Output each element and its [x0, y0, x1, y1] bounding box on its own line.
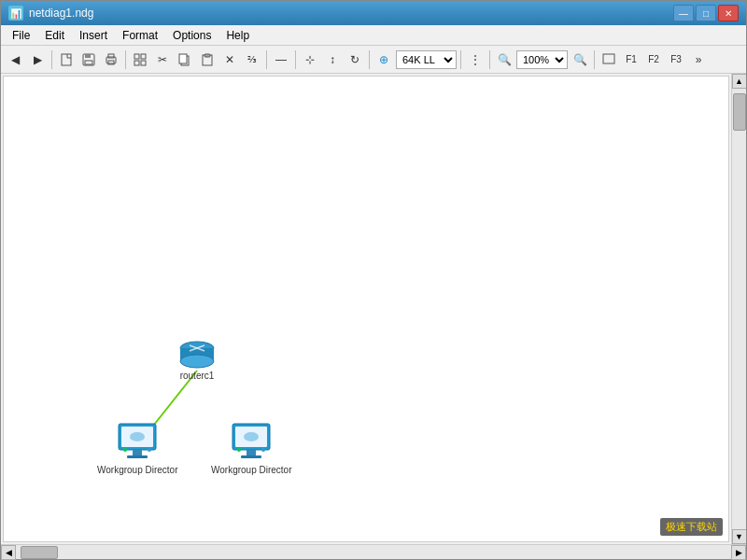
menu-file[interactable]: File	[5, 27, 37, 44]
svg-rect-14	[204, 54, 210, 57]
svg-rect-15	[603, 54, 614, 63]
workgroup-label-1: Workgroup Director	[97, 465, 178, 475]
svg-point-25	[123, 448, 127, 452]
workgroup-icon-2	[228, 422, 275, 463]
svg-rect-10	[141, 61, 146, 65]
main-window: 📊 netdiag1.ndg — □ ✕ File Edit Insert Fo…	[0, 0, 747, 560]
workgroup-node-1[interactable]: Workgroup Director	[97, 422, 178, 475]
back-button[interactable]: ◀	[5, 49, 25, 70]
forward-button[interactable]: ▶	[27, 49, 48, 70]
router-node[interactable]: routerc1	[176, 341, 218, 381]
scroll-track-h[interactable]	[16, 545, 731, 559]
window-title: netdiag1.ndg	[29, 7, 93, 20]
menu-help[interactable]: Help	[218, 27, 257, 44]
f3-button[interactable]: F3	[666, 49, 686, 70]
svg-rect-12	[179, 54, 187, 63]
more-button[interactable]: »	[688, 49, 709, 70]
sep8	[594, 50, 595, 69]
scroll-thumb-v[interactable]	[733, 93, 746, 131]
cursor-button[interactable]: ⊹	[300, 49, 320, 70]
zoom-in-button[interactable]: 🔍	[570, 49, 590, 70]
workgroup-node-2[interactable]: Workgroup Director	[211, 422, 292, 475]
save-button[interactable]	[78, 49, 99, 70]
sep6	[460, 50, 461, 69]
menu-insert[interactable]: Insert	[72, 27, 115, 44]
cut-button[interactable]: ✂	[152, 49, 173, 70]
toolbar: ◀ ▶ ✂ ✕ ⅔ — ⊹ ↕ ↻ ⊕	[1, 46, 746, 74]
svg-rect-9	[134, 61, 139, 65]
title-bar-buttons: — □ ✕	[673, 5, 739, 21]
sep5	[369, 50, 370, 69]
connect-button[interactable]: ⊕	[374, 49, 394, 70]
scroll-thumb-h[interactable]	[21, 546, 58, 559]
svg-point-26	[148, 448, 151, 452]
router-label: routerc1	[180, 371, 215, 381]
sep1	[51, 50, 52, 69]
print-button[interactable]	[101, 49, 121, 70]
grid-button[interactable]	[130, 49, 150, 70]
svg-rect-0	[62, 54, 71, 65]
svg-rect-2	[85, 54, 91, 58]
f2-button[interactable]: F2	[643, 49, 664, 70]
menu-edit[interactable]: Edit	[37, 27, 72, 44]
paste-button[interactable]	[197, 49, 218, 70]
router-icon	[176, 341, 218, 369]
maximize-button[interactable]: □	[696, 5, 716, 21]
main-area: routerc1 Workgroup Director	[1, 74, 746, 544]
menu-bar: File Edit Insert Format Options Help	[1, 25, 746, 46]
rotate-button[interactable]: ↻	[345, 49, 365, 70]
app-icon: 📊	[8, 6, 23, 21]
diagram-canvas-container[interactable]: routerc1 Workgroup Director	[3, 76, 729, 542]
workgroup-label-2: Workgroup Director	[211, 465, 292, 475]
move-button[interactable]: ↕	[322, 49, 343, 70]
svg-point-32	[237, 448, 241, 452]
horizontal-scrollbar: ◀ ▶	[1, 544, 746, 559]
sep7	[489, 50, 490, 69]
svg-point-18	[180, 355, 214, 368]
copy-button[interactable]	[175, 49, 195, 70]
line-button[interactable]: —	[271, 49, 291, 70]
svg-rect-3	[85, 61, 92, 64]
filter-button[interactable]: ⋮	[465, 49, 486, 70]
scroll-right-button[interactable]: ▶	[731, 545, 746, 560]
scroll-left-button[interactable]: ◀	[1, 545, 16, 560]
svg-rect-31	[241, 455, 261, 458]
svg-rect-23	[133, 450, 142, 455]
vertical-scrollbar: ▲ ▼	[731, 74, 746, 544]
fraction-button[interactable]: ⅔	[242, 49, 262, 70]
menu-format[interactable]: Format	[115, 27, 165, 44]
svg-rect-30	[247, 450, 256, 455]
svg-point-33	[261, 448, 265, 452]
delete-button[interactable]: ✕	[219, 49, 240, 70]
title-bar: 📊 netdiag1.ndg — □ ✕	[1, 1, 746, 25]
svg-rect-8	[141, 54, 146, 59]
svg-point-27	[130, 432, 145, 441]
close-button[interactable]: ✕	[718, 5, 739, 21]
svg-point-34	[244, 432, 259, 441]
sep4	[295, 50, 296, 69]
svg-rect-24	[127, 455, 148, 458]
f1-button[interactable]: F1	[621, 49, 641, 70]
view-button[interactable]	[599, 49, 619, 70]
zoom-out-button[interactable]: 🔍	[494, 49, 514, 70]
svg-rect-7	[134, 54, 139, 59]
zoom-select[interactable]: 50% 75% 100% 150% 200%	[516, 50, 568, 69]
scroll-track-v[interactable]	[732, 89, 746, 529]
sep2	[125, 50, 126, 69]
workgroup-icon-1	[114, 422, 161, 463]
new-button[interactable]	[56, 49, 77, 70]
menu-options[interactable]: Options	[165, 27, 218, 44]
scroll-down-button[interactable]: ▼	[732, 529, 747, 544]
scroll-up-button[interactable]: ▲	[732, 74, 747, 89]
minimize-button[interactable]: —	[673, 5, 694, 21]
watermark: 极速下载站	[660, 518, 723, 536]
link-type-select[interactable]: 64K LL 128K 256K T1	[396, 50, 457, 69]
sep3	[266, 50, 267, 69]
title-bar-left: 📊 netdiag1.ndg	[8, 6, 93, 21]
